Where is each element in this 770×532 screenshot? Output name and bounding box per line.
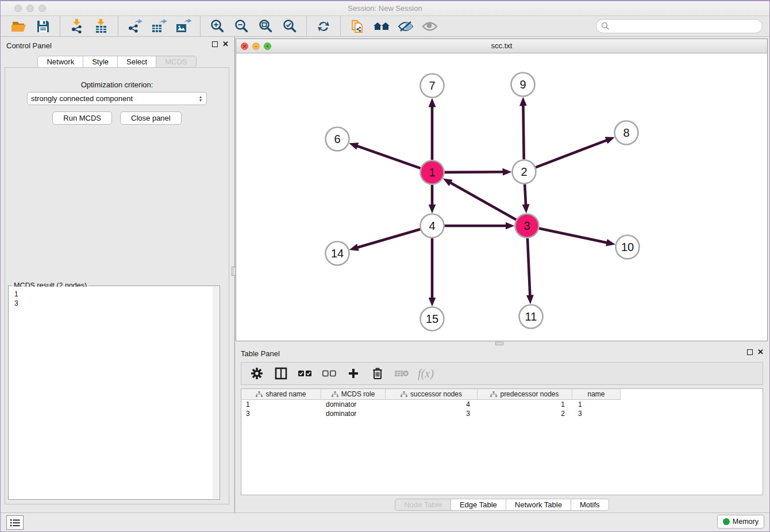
zoom-in-icon[interactable] [205,17,229,36]
tree-icon [490,391,497,398]
mcds-result-list[interactable]: 1 3 [9,287,213,499]
mcds-result-box: MCDS result (2 nodes) 1 3 [8,286,220,500]
vertical-splitter[interactable] [233,37,235,512]
table-header-row: shared name MCDS role successor nodes [241,389,763,400]
delete-column-icon[interactable] [368,365,387,382]
node-table[interactable]: shared name MCDS role successor nodes [241,388,763,495]
search-input[interactable] [610,22,753,30]
mcds-tab-content: Optimization criterion: strongly connect… [5,67,229,504]
graph-edge-3-11[interactable] [528,238,530,295]
refresh-icon[interactable] [311,17,336,36]
export-image-icon[interactable] [171,17,195,36]
table-row[interactable]: 3 dominator 3 2 3 [241,409,763,418]
column-header-successor-nodes[interactable]: successor nodes [386,389,478,400]
network-view-window: ✕ − + scc.txt 7968124314101511 [236,38,768,341]
list-icon [10,518,20,527]
table-toolbar: f(x) [241,362,763,385]
optimization-criterion-label: Optimization criterion: [5,80,229,89]
graph-node-label: 15 [426,313,438,325]
graph-edge-2-8[interactable] [536,140,607,167]
tab-node-table[interactable]: Node Table [395,499,451,511]
tab-edge-table[interactable]: Edge Table [451,499,506,511]
network-window-titlebar[interactable]: ✕ − + scc.txt [236,39,767,53]
mcds-result-line: 1 [14,290,213,299]
graph-node-label: 4 [429,219,435,232]
graph-node-label: 10 [621,241,634,253]
save-icon[interactable] [31,17,55,36]
select-stepper-icon: ▴▾ [199,95,203,102]
tab-mcds[interactable]: MCDS [156,56,196,68]
graph-edge-3-10[interactable] [539,228,607,242]
graph-edge-4-14[interactable] [357,229,420,248]
close-table-panel-icon[interactable]: ✕ [757,349,764,355]
import-table-icon[interactable] [89,17,113,36]
status-bar: Memory [1,512,769,531]
search-field[interactable] [596,19,763,33]
task-history-button[interactable] [6,515,24,530]
graph-node-label: 8 [623,126,629,139]
graph-edge-2-9[interactable] [523,105,523,159]
tree-icon [256,391,263,398]
graph-node-label: 11 [525,310,537,323]
show-all-icon[interactable] [418,17,442,36]
column-settings-icon[interactable] [247,365,267,382]
zoom-fit-icon[interactable] [253,17,278,36]
tab-network[interactable]: Network [37,56,83,68]
open-folder-icon[interactable] [7,17,31,36]
graph-node-label: 2 [521,165,527,178]
add-column-icon[interactable] [344,365,363,382]
run-mcds-button[interactable]: Run MCDS [52,111,112,125]
column-header-shared-name[interactable]: shared name [241,389,321,400]
title-bar: Session: New Session [1,1,769,16]
home-network-icon[interactable] [369,17,394,36]
close-panel-icon[interactable]: ✕ [222,41,229,47]
graph-node-label: 9 [519,78,526,91]
graph-node-label: 7 [429,79,435,92]
export-table-icon[interactable] [147,17,171,36]
delete-table-icon[interactable] [392,365,411,382]
split-view-icon[interactable] [271,365,291,382]
tree-icon [332,391,338,398]
memory-label: Memory [733,518,759,526]
zoom-out-icon[interactable] [229,17,253,36]
tab-network-table[interactable]: Network Table [506,499,571,511]
table-row[interactable]: 1 dominator 4 1 1 [241,400,763,409]
network-canvas[interactable]: 7968124314101511 [236,53,767,341]
column-header-name[interactable]: name [572,389,621,400]
tab-motifs[interactable]: Motifs [571,499,609,511]
tab-style[interactable]: Style [83,56,118,68]
memory-status-icon [723,518,730,525]
tree-icon [401,391,407,398]
hide-selected-icon[interactable] [394,17,418,36]
import-network-icon[interactable] [65,17,89,36]
graph-edge-2-3[interactable] [525,184,526,205]
float-panel-icon[interactable] [212,41,218,47]
control-panel-tabs: Network Style Select MCDS [1,56,233,68]
table-tabs: Node Table Edge Table Network Table Moti… [236,499,768,511]
splitter-grip[interactable] [495,342,503,345]
app-window: Session: New Session [0,0,770,532]
network-view-title: scc.txt [236,41,767,50]
optimization-criterion-select[interactable]: strongly connected component ▴▾ [27,92,207,105]
column-header-mcds-role[interactable]: MCDS role [321,389,386,400]
tab-select[interactable]: Select [118,56,156,68]
graph-edge-1-6[interactable] [357,146,420,168]
column-header-predecessor-nodes[interactable]: predecessor nodes [478,389,572,400]
zoom-selected-icon[interactable] [278,17,302,36]
memory-button[interactable]: Memory [717,515,764,529]
graph-edge-3-1[interactable] [451,183,516,220]
result-scrollbar[interactable] [213,287,219,499]
float-table-panel-icon[interactable] [747,349,753,355]
search-icon [601,22,610,30]
control-panel-title: Control Panel [6,41,52,50]
unselect-all-icon[interactable] [319,365,339,382]
graph-node-label: 3 [523,219,530,232]
network-file-icon[interactable] [345,17,369,36]
export-network-icon[interactable] [123,17,147,36]
horizontal-splitter[interactable] [236,341,768,346]
function-builder-icon[interactable]: f(x) [416,365,436,382]
graph-edge-1-2[interactable] [444,172,503,172]
main-toolbar [1,16,769,37]
select-all-icon[interactable] [295,365,315,382]
close-panel-button[interactable]: Close panel [120,111,182,125]
